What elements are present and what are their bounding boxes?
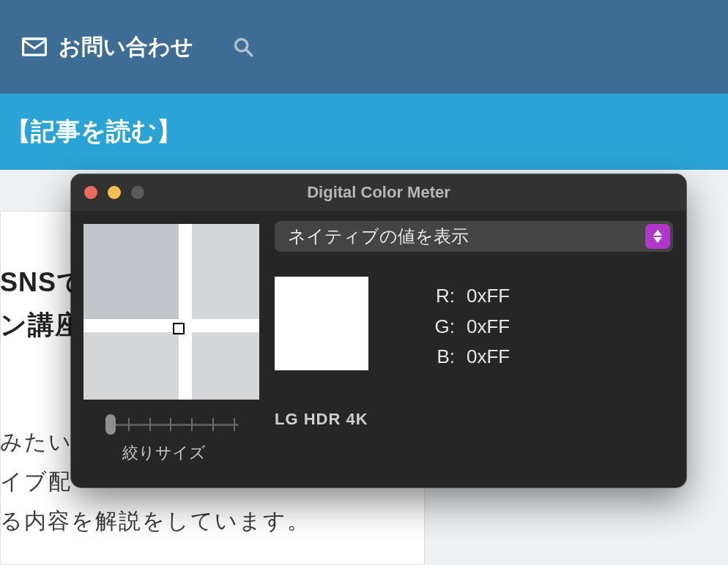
window-body: 絞りサイズ ネイティブの値を表示 R: 0xFF G: 0xFF B: 0xFF	[71, 211, 686, 487]
body-text-fragment: る内容を解説をしています。	[0, 506, 311, 536]
aperture-outline	[173, 323, 185, 334]
magnifier-sample-region	[179, 224, 192, 400]
svg-line-1	[246, 50, 252, 56]
slider-tick	[128, 418, 130, 431]
slider-tick	[170, 418, 171, 431]
color-space-dropdown[interactable]: ネイティブの値を表示	[275, 221, 673, 252]
window-zoom-button[interactable]	[131, 186, 144, 199]
magnifier-sample-region	[83, 319, 259, 332]
pixel-magnifier	[83, 224, 259, 400]
slider-tick	[191, 418, 193, 431]
slider-tick	[234, 418, 235, 431]
g-value: 0xFF	[467, 312, 510, 343]
rgb-row-r: R: 0xFF	[386, 281, 510, 312]
window-title: Digital Color Meter	[71, 183, 686, 202]
dropdown-stepper-icon	[645, 224, 670, 249]
banner-label: 【記事を読む】	[6, 115, 182, 149]
b-label: B:	[386, 342, 467, 373]
magnifier-sample-region	[83, 224, 179, 319]
contact-label: お問い合わせ	[59, 32, 193, 62]
window-minimize-button[interactable]	[108, 186, 121, 199]
color-swatch	[275, 277, 368, 370]
contact-link[interactable]: お問い合わせ	[22, 32, 193, 62]
b-value: 0xFF	[467, 342, 510, 373]
window-traffic-lights	[71, 186, 144, 199]
article-banner[interactable]: 【記事を読む】	[0, 94, 728, 170]
search-icon[interactable]	[233, 37, 253, 57]
site-top-nav: お問い合わせ	[0, 0, 728, 94]
r-label: R:	[386, 281, 467, 312]
digital-color-meter-window: Digital Color Meter 絞りサイズ ネイティブの	[71, 174, 686, 487]
envelope-icon	[22, 37, 47, 57]
body-text-fragment: みたい	[0, 427, 73, 457]
aperture-size-slider[interactable]	[107, 416, 239, 433]
display-name-label: LG HDR 4K	[275, 410, 368, 429]
slider-line	[107, 424, 239, 426]
window-close-button[interactable]	[84, 186, 97, 199]
rgb-row-b: B: 0xFF	[386, 342, 510, 373]
r-value: 0xFF	[467, 281, 510, 312]
heading-fragment: ン講座	[0, 307, 82, 343]
aperture-size-label: 絞りサイズ	[122, 442, 206, 464]
g-label: G:	[386, 312, 467, 343]
slider-track	[107, 416, 239, 433]
body-text-fragment: イブ配	[0, 467, 72, 497]
window-titlebar[interactable]: Digital Color Meter	[71, 174, 686, 211]
slider-tick	[212, 418, 214, 431]
slider-knob[interactable]	[105, 414, 116, 435]
rgb-readout: R: 0xFF G: 0xFF B: 0xFF	[386, 281, 510, 373]
rgb-row-g: G: 0xFF	[386, 312, 510, 343]
dropdown-selected-label: ネイティブの値を表示	[288, 225, 469, 248]
slider-tick	[149, 418, 151, 431]
